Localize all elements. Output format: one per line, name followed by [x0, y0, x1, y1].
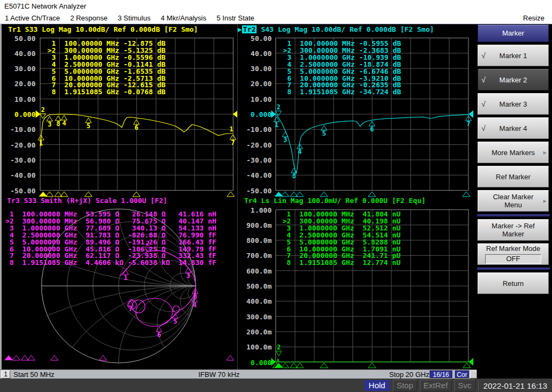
softkey-ref-marker-mode[interactable]: Ref Marker ModeOFF [478, 243, 549, 265]
y-axis-label-tr1: 10.00 [3, 95, 36, 103]
softkey-label: Ref Marker [496, 173, 530, 181]
correction-badge: Cor [455, 370, 469, 378]
svg-text:8: 8 [193, 293, 197, 300]
svg-text:7: 7 [466, 120, 470, 128]
softkey-label: Marker 1 [499, 52, 527, 60]
svg-text:1: 1 [274, 121, 278, 129]
trace2-name-badge: Tr2 [242, 25, 257, 33]
checkmark-icon: √ [481, 52, 486, 60]
y-axis-label-tr2: 20.00 [239, 80, 272, 88]
checkmark-icon: √ [481, 76, 486, 84]
menu-active-ch-trace[interactable]: 1 Active Ch/Trace [5, 14, 60, 22]
softkey-panel: Marker √Marker 1√Marker 2√Marker 3√Marke… [477, 24, 552, 379]
softkey-marker-ref-marker[interactable]: Marker -> Ref Marker [478, 219, 549, 241]
svg-text:1: 1 [39, 139, 43, 147]
svg-text:3: 3 [186, 272, 190, 279]
y-axis-label-tr1: -50.00 [3, 187, 36, 195]
softkey-menu-title: Marker [478, 25, 549, 42]
svg-text:1: 1 [123, 274, 127, 282]
submenu-arrow-icon: ▶ [543, 197, 547, 205]
y-axis-label-tr4: 900.0m [239, 221, 272, 229]
svg-text:3: 3 [47, 121, 51, 128]
y-axis-label-tr1: 40.00 [3, 50, 36, 58]
softkey-marker-3[interactable]: √Marker 3 [478, 93, 549, 115]
y-axis-label-tr2: 30.00 [239, 65, 272, 73]
instrument-status-bar: Hold Stop ExtRef Svc 2022-01-21 16:13 [0, 379, 552, 392]
y-axis-label-tr4: 700.0m [239, 251, 272, 260]
y-axis-label-tr2: 40.00 [239, 50, 272, 58]
softkey-ref-marker[interactable]: Ref Marker [478, 166, 549, 187]
svg-text:2: 2 [277, 103, 280, 111]
y-axis-label-tr4: 400.0m [239, 297, 272, 305]
svc-indicator: Svc [454, 380, 475, 391]
y-axis-label-tr4: 600.0m [239, 267, 272, 275]
checkmark-icon: √ [481, 124, 486, 132]
menu-bar: 1 Active Ch/Trace 2 Response 3 Stimulus … [0, 12, 552, 24]
marker-table-tr3: 1 100.00000 MHz 53.595 Ω 26.148 Ω 41.616… [5, 211, 216, 267]
channel-number[interactable]: 1 [1, 370, 10, 379]
status-bar: 1 Start 50 MHz IFBW 70 kHz Stop 20 GHz 1… [0, 369, 477, 379]
y-axis-label-tr1: -10.00 [3, 125, 36, 134]
softkey-separator [477, 214, 550, 216]
svg-text:7: 7 [231, 139, 234, 146]
active-trace-arrow-icon: ▶ [238, 25, 242, 33]
svg-text:7: 7 [128, 305, 132, 313]
softkey-label: Marker 2 [499, 76, 527, 84]
softkey-marker-2[interactable]: √Marker 2 [478, 69, 549, 90]
y-axis-label-tr2: 50.00 [239, 34, 272, 43]
marker-table-tr4: 1 100.00000 MHz 41.804 nU >2 300.00000 M… [282, 211, 401, 267]
softkey-more-markers[interactable]: More Markers▶ [478, 142, 549, 163]
softkey-return[interactable]: Return [478, 272, 549, 294]
resize-button[interactable]: Resize [523, 14, 544, 22]
y-axis-label-tr1: 0.000 [3, 110, 36, 118]
trace3-title: Tr3 S33 Smith (R+jX) Scale 1.000U [F2] [7, 197, 167, 205]
sweep-points-badge: 16/16 [430, 370, 452, 378]
softkey-clear-marker-menu[interactable]: Clear Marker Menu▶ [478, 190, 549, 212]
y-axis-label-tr2: -20.00 [239, 141, 272, 149]
display-area: 21384567121348567123845672 Tr1 S33 Log M… [0, 24, 477, 369]
softkey-marker-1[interactable]: √Marker 1 [478, 45, 549, 66]
y-axis-label-tr2: -10.00 [239, 125, 272, 134]
y-axis-label-tr4: 1.000 [239, 206, 272, 214]
softkey-label: Marker 3 [499, 100, 527, 108]
y-axis-label-tr2: 0.000 [239, 110, 272, 118]
window-title: E5071C Network Analyzer [0, 0, 552, 12]
svg-text:4: 4 [62, 120, 66, 127]
trace1-title: Tr1 S33 Log Mag 10.00dB/ Ref 0.000dB [F2… [8, 25, 198, 33]
extref-indicator: ExtRef [420, 380, 452, 391]
hold-badge: Hold [364, 380, 390, 391]
y-axis-label-tr4: 300.0m [239, 313, 272, 321]
menu-instr-state[interactable]: 5 Instr State [217, 14, 254, 22]
menu-response[interactable]: 2 Response [70, 14, 107, 22]
y-axis-label-tr4: 0.000 [239, 359, 272, 367]
y-axis-label-tr2: -30.00 [239, 156, 272, 164]
softkey-separator [477, 268, 550, 270]
y-axis-label-tr2: -40.00 [239, 171, 272, 179]
softkey-marker-4[interactable]: √Marker 4 [478, 117, 549, 139]
softkey-label: Marker 4 [499, 124, 527, 132]
ifbw-value: IFBW 70 kHz [198, 370, 240, 379]
checkmark-icon: √ [481, 100, 486, 108]
svg-text:4: 4 [298, 148, 301, 156]
menu-stimulus[interactable]: 3 Stimulus [118, 14, 151, 22]
stop-indicator: Stop [393, 380, 417, 391]
trace2-title-rest: S43 Log Mag 10.00dB/ Ref 0.000dB [F2 Smo… [257, 25, 434, 33]
y-axis-label-tr2: 10.00 [239, 95, 272, 103]
y-axis-label-tr1: 20.00 [3, 80, 36, 88]
svg-text:8: 8 [56, 120, 60, 128]
y-axis-label-tr4: 100.0m [239, 343, 272, 351]
svg-text:8: 8 [292, 172, 296, 180]
channel-divider [237, 24, 238, 369]
menu-mkr-analysis[interactable]: 4 Mkr/Analysis [161, 14, 206, 22]
window-left-edge [0, 24, 2, 369]
svg-text:6: 6 [134, 124, 138, 131]
y-axis-label-tr4: 800.0m [239, 236, 272, 244]
start-frequency: Start 50 MHz [13, 370, 54, 379]
svg-text:4: 4 [192, 302, 196, 309]
svg-text:3: 3 [283, 136, 287, 144]
marker-table-tr1: 1 100.00000 MHz -12.875 dB >2 300.00000 … [47, 40, 165, 96]
svg-text:2: 2 [41, 106, 45, 114]
y-axis-label-tr1: -30.00 [3, 156, 36, 164]
stop-frequency: Stop 20 GHz [389, 370, 429, 379]
marker-table-tr2: 1 100.00000 MHz -0.5955 dB >2 300.00000 … [283, 40, 401, 96]
